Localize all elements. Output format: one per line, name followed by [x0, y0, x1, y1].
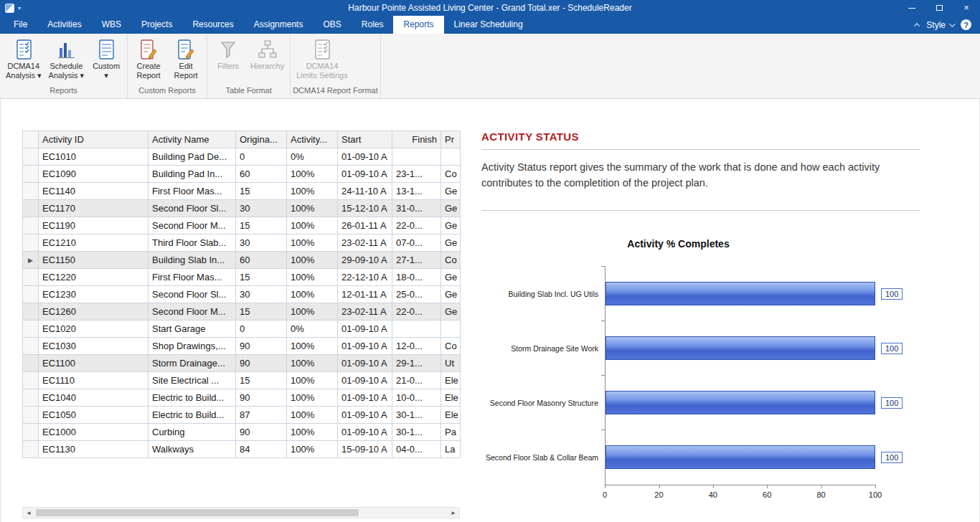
table-row-EC1110[interactable]: EC1110 Site Electrical ... 15 100% 01-09… — [23, 372, 461, 389]
cell-start: 01-09-10 A — [338, 355, 392, 372]
cell-activity-name: Site Electrical ... — [149, 372, 236, 389]
report-description: Activity Status report gives the summary… — [481, 160, 912, 191]
cell-activity-name: Second Floor M... — [149, 217, 236, 234]
table-row-EC1150[interactable]: ▶ EC1150 Building Slab In... 60 100% 29-… — [23, 252, 461, 269]
cell-start: 23-02-11 A — [338, 234, 392, 252]
table-row-EC1260[interactable]: EC1260 Second Floor M... 15 100% 23-02-1… — [23, 303, 461, 321]
tab-projects[interactable]: Projects — [131, 16, 182, 34]
ribbon-button-label: CreateReport — [133, 62, 164, 80]
table-row-EC1140[interactable]: EC1140 First Floor Mas... 15 100% 24-11-… — [23, 183, 461, 200]
bar-row: Second Floor Masonry Structure 100 — [481, 376, 920, 430]
cell-finish: 22-0... — [392, 303, 441, 321]
col-activity-percent[interactable]: Activity... — [287, 131, 338, 148]
tab-wbs[interactable]: WBS — [92, 16, 131, 34]
cell-activity-name: Second Floor Sl... — [149, 286, 236, 303]
col-start[interactable]: Start — [338, 131, 392, 148]
bar[interactable]: 100 — [606, 336, 875, 360]
table-row-EC1170[interactable]: EC1170 Second Floor Sl... 30 100% 15-12-… — [23, 200, 461, 217]
tab-obs[interactable]: OBS — [313, 16, 351, 34]
table-row-EC1230[interactable]: EC1230 Second Floor Sl... 30 100% 12-01-… — [23, 286, 461, 303]
activity-table-body: EC1010 Building Pad De... 0 0% 01-09-10 … — [23, 148, 461, 458]
cell-pr: Co — [441, 338, 461, 355]
table-row-EC1210[interactable]: EC1210 Third Floor Slab... 30 100% 23-02… — [23, 234, 461, 252]
row-marker: ▶ — [23, 252, 39, 269]
table-row-EC1040[interactable]: EC1040 Electric to Build... 90 100% 01-0… — [23, 389, 461, 407]
cell-activity-id: EC1000 — [39, 424, 149, 441]
tab-resources[interactable]: Resources — [182, 16, 243, 34]
col-pr[interactable]: Pr — [441, 131, 461, 148]
minimize-button[interactable] — [898, 0, 925, 16]
cell-activity-id: EC1090 — [39, 166, 149, 183]
table-row-EC1020[interactable]: EC1020 Start Garage 0 0% 01-09-10 A — [23, 321, 461, 338]
table-row-EC1100[interactable]: EC1100 Storm Drainage... 90 100% 01-09-1… — [23, 355, 461, 372]
cell-finish: 23-1... — [392, 166, 441, 183]
collapse-ribbon-icon[interactable] — [914, 23, 920, 29]
col-activity-name[interactable]: Activity Name — [149, 131, 236, 148]
ribbon-group-label: Reports — [2, 86, 125, 98]
quick-access-caret-icon[interactable]: ▾ — [18, 5, 21, 11]
tab-file[interactable]: File — [4, 16, 37, 34]
ribbon-button-dcma14-analysis[interactable]: DCMA14Analysis ▾ — [2, 35, 45, 82]
cell-start: 22-12-10 A — [338, 269, 392, 286]
divider — [481, 210, 920, 211]
cell-activity-name: Building Slab In... — [149, 252, 236, 269]
maximize-button[interactable] — [925, 0, 953, 16]
ribbon-button-schedule-analysis[interactable]: ScheduleAnalysis ▾ — [45, 35, 88, 82]
ribbon-button-dcma14-limits-settings[interactable]: DCMA14Limits Settings — [293, 35, 352, 82]
help-button[interactable]: ? — [961, 19, 971, 30]
ribbon-button-hierarchy[interactable]: Hierarchy — [247, 35, 288, 73]
bar[interactable]: 100 — [606, 445, 875, 469]
tab-reports[interactable]: Reports — [393, 16, 443, 34]
cell-finish — [392, 148, 441, 166]
tab-roles[interactable]: Roles — [352, 16, 394, 34]
table-row-EC1030[interactable]: EC1030 Shop Drawings,... 90 100% 01-09-1… — [23, 338, 461, 355]
tab-activities[interactable]: Activities — [37, 16, 91, 34]
table-row-EC1220[interactable]: EC1220 First Floor Mas... 15 100% 22-12-… — [23, 269, 461, 286]
tab-linear-scheduling[interactable]: Linear Scheduling — [444, 16, 533, 34]
row-marker — [23, 321, 39, 338]
bar-plot-row: 100 — [605, 267, 875, 321]
cell-activity-id: EC1050 — [39, 407, 149, 424]
col-original-duration[interactable]: Origina... — [236, 131, 287, 148]
ribbon-button-custom[interactable]: Custom▾ — [88, 35, 125, 82]
tab-assignments[interactable]: Assignments — [244, 16, 314, 34]
style-dropdown[interactable]: Style — [926, 20, 953, 30]
col-finish[interactable]: Finish — [392, 131, 441, 148]
ribbon-groups: DCMA14Analysis ▾ ScheduleAnalysis ▾ Cust… — [0, 34, 381, 98]
cell-finish: 30-1... — [392, 424, 441, 441]
row-marker — [23, 269, 39, 286]
bar[interactable]: 100 — [606, 391, 875, 414]
table-row-EC1010[interactable]: EC1010 Building Pad De... 0 0% 01-09-10 … — [23, 148, 461, 166]
table-row-EC1130[interactable]: EC1130 Walkways 84 100% 15-09-10 A 04-0.… — [23, 441, 461, 458]
table-row-EC1090[interactable]: EC1090 Building Pad In... 60 100% 01-09-… — [23, 166, 461, 183]
cell-start: 29-09-10 A — [338, 252, 392, 269]
ribbon-button-create-report[interactable]: CreateReport — [130, 35, 167, 82]
ribbon-button-label: Hierarchy — [250, 62, 284, 71]
ribbon-button-filters[interactable]: Filters — [209, 35, 247, 73]
row-marker-header — [23, 131, 39, 148]
table-horizontal-scrollbar[interactable]: ◄ ► — [22, 507, 460, 518]
table-row-EC1050[interactable]: EC1050 Electric to Build... 87 100% 01-0… — [23, 407, 461, 424]
table-row-EC1190[interactable]: EC1190 Second Floor M... 15 100% 26-01-1… — [23, 217, 461, 234]
cell-start: 24-11-10 A — [338, 183, 392, 200]
bar[interactable]: 100 — [606, 282, 875, 305]
table-row-EC1000[interactable]: EC1000 Curbing 90 100% 01-09-10 A 30-1..… — [23, 424, 461, 441]
style-label: Style — [926, 20, 946, 30]
col-activity-id[interactable]: Activity ID — [39, 131, 149, 148]
cell-original-duration: 60 — [236, 252, 287, 269]
ribbon-button-edit-report[interactable]: EditReport — [167, 35, 204, 82]
cell-activity-percent: 100% — [287, 407, 338, 424]
cell-original-duration: 87 — [236, 407, 287, 424]
scrollbar-track[interactable] — [34, 508, 448, 518]
cell-activity-name: Walkways — [149, 441, 236, 458]
scrollbar-thumb[interactable] — [36, 509, 359, 516]
cell-original-duration: 30 — [236, 234, 287, 252]
scroll-left-arrow-icon[interactable]: ◄ — [23, 508, 34, 518]
close-button[interactable]: × — [953, 0, 980, 16]
scroll-right-arrow-icon[interactable]: ► — [448, 508, 459, 518]
row-marker — [23, 286, 39, 303]
app-logo-icon[interactable] — [5, 4, 14, 13]
row-marker — [23, 407, 39, 424]
cell-start: 12-01-11 A — [338, 286, 392, 303]
cell-activity-id: EC1030 — [39, 338, 149, 355]
